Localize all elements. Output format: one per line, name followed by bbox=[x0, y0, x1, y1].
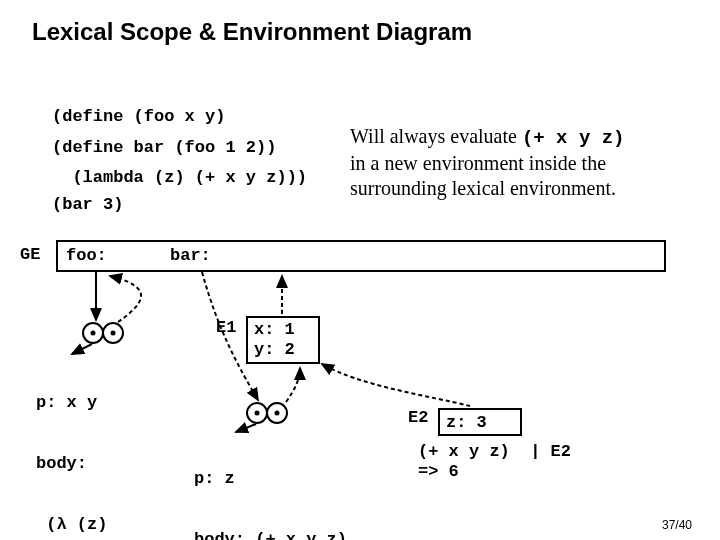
code-line: (define (foo x y) bbox=[52, 107, 307, 127]
ge-label: GE bbox=[20, 245, 40, 265]
code-call-bar: (bar 3) bbox=[52, 195, 123, 215]
note-line: Will always evaluate (+ x y z) bbox=[350, 124, 700, 151]
page-number: 37/40 bbox=[662, 518, 692, 532]
code-line: (lambda (z) (+ x y z))) bbox=[52, 168, 307, 188]
e2-result: => 6 bbox=[418, 462, 459, 482]
closure-line: body: (+ x y z) bbox=[194, 530, 347, 540]
code-define-bar: (define bar (foo 1 2)) bbox=[52, 138, 276, 158]
note-line: surrounding lexical environment. bbox=[350, 176, 700, 201]
closure-line: p: x y bbox=[36, 393, 158, 413]
e2-frame: z: 3 bbox=[438, 408, 522, 436]
e1-x: x: 1 bbox=[254, 320, 295, 340]
closure-line: p: z bbox=[194, 469, 347, 489]
e1-label: E1 bbox=[216, 318, 236, 338]
closure-bar-body: p: z body: (+ x y z) bbox=[194, 428, 347, 540]
global-environment-frame: foo: bar: bbox=[56, 240, 666, 272]
note-line: in a new environment inside the bbox=[350, 151, 700, 176]
note-code: (+ x y z) bbox=[522, 127, 625, 149]
e2-label: E2 bbox=[408, 408, 428, 428]
ge-bar-label: bar: bbox=[170, 246, 211, 266]
note-text: Will always evaluate (+ x y z) in a new … bbox=[350, 124, 700, 201]
page-title: Lexical Scope & Environment Diagram bbox=[32, 18, 472, 46]
closure-line: body: bbox=[36, 454, 158, 474]
note-span: Will always evaluate bbox=[350, 125, 522, 147]
closure-bar-icon bbox=[246, 402, 292, 426]
closure-foo-icon bbox=[82, 322, 128, 346]
e1-y: y: 2 bbox=[254, 340, 295, 360]
e2-eval: (+ x y z) | E2 bbox=[418, 442, 571, 462]
e1-frame: x: 1 y: 2 bbox=[246, 316, 320, 364]
e2-z: z: 3 bbox=[446, 413, 487, 433]
closure-foo-body: p: x y body: (λ (z) (+ x y z)) bbox=[36, 352, 158, 540]
closure-line: (λ (z) bbox=[36, 515, 158, 535]
ge-foo-label: foo: bbox=[66, 246, 107, 266]
